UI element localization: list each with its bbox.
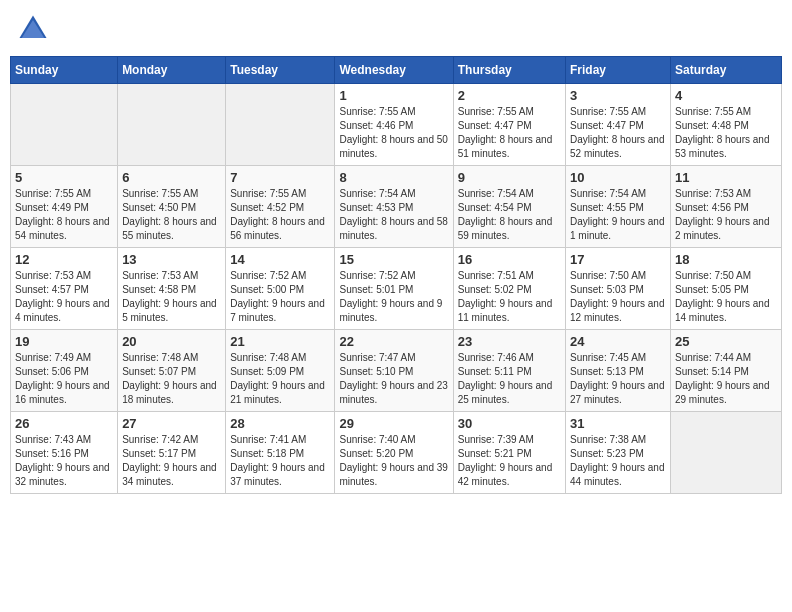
week-row-2: 5Sunrise: 7:55 AMSunset: 4:49 PMDaylight…: [11, 166, 782, 248]
day-content: Sunrise: 7:55 AMSunset: 4:52 PMDaylight:…: [230, 187, 330, 243]
day-cell-4: 4Sunrise: 7:55 AMSunset: 4:48 PMDaylight…: [670, 84, 781, 166]
day-number: 12: [15, 252, 113, 267]
day-content: Sunrise: 7:39 AMSunset: 5:21 PMDaylight:…: [458, 433, 561, 489]
day-content: Sunrise: 7:54 AMSunset: 4:54 PMDaylight:…: [458, 187, 561, 243]
day-content: Sunrise: 7:45 AMSunset: 5:13 PMDaylight:…: [570, 351, 666, 407]
weekday-header-friday: Friday: [565, 57, 670, 84]
day-number: 14: [230, 252, 330, 267]
day-number: 3: [570, 88, 666, 103]
day-number: 5: [15, 170, 113, 185]
day-number: 17: [570, 252, 666, 267]
weekday-header-sunday: Sunday: [11, 57, 118, 84]
day-content: Sunrise: 7:49 AMSunset: 5:06 PMDaylight:…: [15, 351, 113, 407]
empty-cell: [11, 84, 118, 166]
day-number: 19: [15, 334, 113, 349]
day-content: Sunrise: 7:46 AMSunset: 5:11 PMDaylight:…: [458, 351, 561, 407]
weekday-header-thursday: Thursday: [453, 57, 565, 84]
day-cell-12: 12Sunrise: 7:53 AMSunset: 4:57 PMDayligh…: [11, 248, 118, 330]
day-content: Sunrise: 7:50 AMSunset: 5:03 PMDaylight:…: [570, 269, 666, 325]
weekday-header-row: SundayMondayTuesdayWednesdayThursdayFrid…: [11, 57, 782, 84]
day-number: 13: [122, 252, 221, 267]
day-cell-5: 5Sunrise: 7:55 AMSunset: 4:49 PMDaylight…: [11, 166, 118, 248]
day-cell-10: 10Sunrise: 7:54 AMSunset: 4:55 PMDayligh…: [565, 166, 670, 248]
day-content: Sunrise: 7:54 AMSunset: 4:55 PMDaylight:…: [570, 187, 666, 243]
day-cell-6: 6Sunrise: 7:55 AMSunset: 4:50 PMDaylight…: [118, 166, 226, 248]
day-content: Sunrise: 7:51 AMSunset: 5:02 PMDaylight:…: [458, 269, 561, 325]
day-cell-20: 20Sunrise: 7:48 AMSunset: 5:07 PMDayligh…: [118, 330, 226, 412]
day-cell-17: 17Sunrise: 7:50 AMSunset: 5:03 PMDayligh…: [565, 248, 670, 330]
day-cell-23: 23Sunrise: 7:46 AMSunset: 5:11 PMDayligh…: [453, 330, 565, 412]
day-number: 6: [122, 170, 221, 185]
day-content: Sunrise: 7:52 AMSunset: 5:00 PMDaylight:…: [230, 269, 330, 325]
day-cell-26: 26Sunrise: 7:43 AMSunset: 5:16 PMDayligh…: [11, 412, 118, 494]
day-cell-9: 9Sunrise: 7:54 AMSunset: 4:54 PMDaylight…: [453, 166, 565, 248]
day-number: 9: [458, 170, 561, 185]
day-cell-18: 18Sunrise: 7:50 AMSunset: 5:05 PMDayligh…: [670, 248, 781, 330]
day-content: Sunrise: 7:53 AMSunset: 4:57 PMDaylight:…: [15, 269, 113, 325]
day-cell-15: 15Sunrise: 7:52 AMSunset: 5:01 PMDayligh…: [335, 248, 453, 330]
day-cell-21: 21Sunrise: 7:48 AMSunset: 5:09 PMDayligh…: [226, 330, 335, 412]
day-content: Sunrise: 7:53 AMSunset: 4:56 PMDaylight:…: [675, 187, 777, 243]
weekday-header-saturday: Saturday: [670, 57, 781, 84]
weekday-header-tuesday: Tuesday: [226, 57, 335, 84]
day-cell-8: 8Sunrise: 7:54 AMSunset: 4:53 PMDaylight…: [335, 166, 453, 248]
day-content: Sunrise: 7:55 AMSunset: 4:47 PMDaylight:…: [458, 105, 561, 161]
day-number: 15: [339, 252, 448, 267]
week-row-5: 26Sunrise: 7:43 AMSunset: 5:16 PMDayligh…: [11, 412, 782, 494]
day-content: Sunrise: 7:55 AMSunset: 4:48 PMDaylight:…: [675, 105, 777, 161]
day-cell-13: 13Sunrise: 7:53 AMSunset: 4:58 PMDayligh…: [118, 248, 226, 330]
day-number: 8: [339, 170, 448, 185]
day-content: Sunrise: 7:40 AMSunset: 5:20 PMDaylight:…: [339, 433, 448, 489]
day-cell-16: 16Sunrise: 7:51 AMSunset: 5:02 PMDayligh…: [453, 248, 565, 330]
day-content: Sunrise: 7:47 AMSunset: 5:10 PMDaylight:…: [339, 351, 448, 407]
day-number: 1: [339, 88, 448, 103]
week-row-1: 1Sunrise: 7:55 AMSunset: 4:46 PMDaylight…: [11, 84, 782, 166]
day-cell-7: 7Sunrise: 7:55 AMSunset: 4:52 PMDaylight…: [226, 166, 335, 248]
day-cell-3: 3Sunrise: 7:55 AMSunset: 4:47 PMDaylight…: [565, 84, 670, 166]
day-number: 25: [675, 334, 777, 349]
day-content: Sunrise: 7:55 AMSunset: 4:47 PMDaylight:…: [570, 105, 666, 161]
day-cell-19: 19Sunrise: 7:49 AMSunset: 5:06 PMDayligh…: [11, 330, 118, 412]
day-cell-28: 28Sunrise: 7:41 AMSunset: 5:18 PMDayligh…: [226, 412, 335, 494]
day-number: 20: [122, 334, 221, 349]
day-cell-14: 14Sunrise: 7:52 AMSunset: 5:00 PMDayligh…: [226, 248, 335, 330]
day-number: 2: [458, 88, 561, 103]
day-content: Sunrise: 7:55 AMSunset: 4:49 PMDaylight:…: [15, 187, 113, 243]
day-number: 27: [122, 416, 221, 431]
day-number: 29: [339, 416, 448, 431]
day-number: 16: [458, 252, 561, 267]
day-content: Sunrise: 7:48 AMSunset: 5:07 PMDaylight:…: [122, 351, 221, 407]
day-content: Sunrise: 7:42 AMSunset: 5:17 PMDaylight:…: [122, 433, 221, 489]
day-cell-1: 1Sunrise: 7:55 AMSunset: 4:46 PMDaylight…: [335, 84, 453, 166]
day-number: 4: [675, 88, 777, 103]
day-number: 28: [230, 416, 330, 431]
weekday-header-monday: Monday: [118, 57, 226, 84]
day-content: Sunrise: 7:54 AMSunset: 4:53 PMDaylight:…: [339, 187, 448, 243]
calendar-table: SundayMondayTuesdayWednesdayThursdayFrid…: [10, 56, 782, 494]
day-content: Sunrise: 7:52 AMSunset: 5:01 PMDaylight:…: [339, 269, 448, 325]
day-number: 21: [230, 334, 330, 349]
week-row-3: 12Sunrise: 7:53 AMSunset: 4:57 PMDayligh…: [11, 248, 782, 330]
empty-cell: [226, 84, 335, 166]
day-number: 30: [458, 416, 561, 431]
day-cell-25: 25Sunrise: 7:44 AMSunset: 5:14 PMDayligh…: [670, 330, 781, 412]
day-number: 31: [570, 416, 666, 431]
day-content: Sunrise: 7:41 AMSunset: 5:18 PMDaylight:…: [230, 433, 330, 489]
day-content: Sunrise: 7:38 AMSunset: 5:23 PMDaylight:…: [570, 433, 666, 489]
day-number: 22: [339, 334, 448, 349]
day-content: Sunrise: 7:44 AMSunset: 5:14 PMDaylight:…: [675, 351, 777, 407]
day-cell-31: 31Sunrise: 7:38 AMSunset: 5:23 PMDayligh…: [565, 412, 670, 494]
day-cell-24: 24Sunrise: 7:45 AMSunset: 5:13 PMDayligh…: [565, 330, 670, 412]
day-cell-22: 22Sunrise: 7:47 AMSunset: 5:10 PMDayligh…: [335, 330, 453, 412]
day-content: Sunrise: 7:55 AMSunset: 4:46 PMDaylight:…: [339, 105, 448, 161]
empty-cell: [118, 84, 226, 166]
empty-cell: [670, 412, 781, 494]
day-number: 10: [570, 170, 666, 185]
logo-icon: [18, 14, 48, 44]
day-number: 18: [675, 252, 777, 267]
day-number: 26: [15, 416, 113, 431]
day-number: 11: [675, 170, 777, 185]
day-content: Sunrise: 7:53 AMSunset: 4:58 PMDaylight:…: [122, 269, 221, 325]
day-content: Sunrise: 7:55 AMSunset: 4:50 PMDaylight:…: [122, 187, 221, 243]
day-cell-29: 29Sunrise: 7:40 AMSunset: 5:20 PMDayligh…: [335, 412, 453, 494]
